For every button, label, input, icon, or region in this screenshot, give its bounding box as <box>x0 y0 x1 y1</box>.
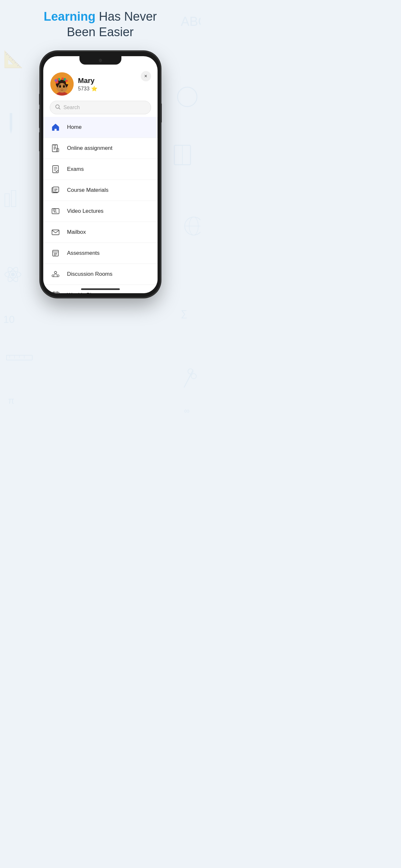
svg-rect-3 <box>10 113 12 129</box>
online-assignment-label: Online assignment <box>67 145 113 151</box>
svg-point-19 <box>189 217 198 235</box>
svg-point-69 <box>54 210 55 211</box>
svg-point-48 <box>56 105 59 108</box>
svg-text:10: 10 <box>3 314 15 325</box>
volume-down-button <box>39 109 40 128</box>
search-bar[interactable]: Search <box>50 101 151 114</box>
svg-rect-51 <box>54 145 56 146</box>
svg-rect-62 <box>53 187 59 192</box>
svg-point-76 <box>54 272 57 274</box>
avatar <box>50 72 73 96</box>
svg-point-45 <box>66 82 68 84</box>
svg-text:📐: 📐 <box>3 50 24 69</box>
svg-text:∑: ∑ <box>181 308 187 318</box>
svg-line-14 <box>184 370 193 388</box>
svg-point-36 <box>63 86 65 88</box>
user-info: Mary 5733 ⭐ <box>78 76 97 92</box>
home-icon <box>50 122 61 132</box>
user-name: Mary <box>78 76 97 85</box>
sidebar-item-discussion-rooms[interactable]: Discussion Rooms <box>43 264 158 285</box>
svg-rect-5 <box>174 145 190 165</box>
sidebar-item-video-lectures[interactable]: Video Lectures <box>43 201 158 222</box>
svg-point-23 <box>6 266 20 283</box>
svg-line-80 <box>56 274 57 275</box>
title-blue: Learning <box>43 10 95 23</box>
discussion-rooms-icon <box>50 269 61 279</box>
svg-line-79 <box>54 274 56 275</box>
close-button[interactable]: × <box>141 71 151 82</box>
search-placeholder: Search <box>64 104 80 111</box>
svg-text:π: π <box>8 396 14 406</box>
svg-point-39 <box>55 79 57 82</box>
svg-point-2 <box>178 87 197 106</box>
svg-rect-17 <box>11 190 16 207</box>
svg-point-21 <box>11 273 15 276</box>
svg-point-37 <box>61 88 63 89</box>
home-label: Home <box>67 124 82 130</box>
svg-rect-70 <box>52 230 59 235</box>
mute-button <box>39 132 40 151</box>
weekly-plan-icon <box>50 290 61 293</box>
volume-up-button <box>39 94 40 105</box>
home-indicator <box>81 288 120 290</box>
sidebar-item-assessments[interactable]: Assessments <box>43 243 158 264</box>
search-icon <box>55 104 60 111</box>
side-buttons-right <box>160 103 162 123</box>
side-buttons-left <box>39 94 40 151</box>
svg-point-34 <box>58 83 66 92</box>
svg-rect-57 <box>53 166 58 173</box>
mailbox-icon <box>50 227 61 237</box>
page-title: Learning Has Never Been Easier <box>0 9 201 40</box>
phone-frame: × <box>41 52 160 297</box>
assignment-icon <box>50 143 61 153</box>
user-points: 5733 ⭐ <box>78 86 97 92</box>
video-lectures-label: Video Lectures <box>67 208 104 214</box>
video-lectures-icon <box>50 206 61 216</box>
svg-text:∞: ∞ <box>184 406 189 415</box>
sidebar-item-home[interactable]: Home <box>43 117 158 138</box>
assessments-label: Assessments <box>67 250 100 256</box>
power-button <box>160 103 162 123</box>
front-camera <box>99 59 102 62</box>
discussion-rooms-label: Discussion Rooms <box>67 271 113 277</box>
title-rest: Has Never <box>96 10 157 23</box>
sidebar-item-course-materials[interactable]: Course Materials <box>43 180 158 201</box>
svg-line-15 <box>184 373 192 388</box>
title-line2: Been Easier <box>67 25 134 39</box>
svg-point-24 <box>6 266 20 283</box>
svg-rect-16 <box>5 194 9 207</box>
sidebar-item-mailbox[interactable]: Mailbox <box>43 222 158 243</box>
svg-point-18 <box>185 217 201 235</box>
course-materials-label: Course Materials <box>67 187 109 193</box>
svg-marker-4 <box>10 129 12 134</box>
phone-notch <box>80 56 121 65</box>
svg-point-22 <box>5 271 21 278</box>
svg-point-77 <box>52 275 54 277</box>
svg-rect-7 <box>6 355 32 360</box>
assessments-icon <box>50 248 61 258</box>
svg-point-35 <box>59 86 61 88</box>
course-materials-icon <box>50 185 61 195</box>
svg-point-13 <box>191 374 196 379</box>
weekly-plan-label: Weekly Plan <box>67 292 97 293</box>
svg-line-49 <box>59 108 60 110</box>
sidebar-item-online-assignment[interactable]: Online assignment <box>43 138 158 159</box>
sidebar-item-exams[interactable]: Exams <box>43 159 158 180</box>
svg-rect-82 <box>52 292 59 293</box>
exams-icon <box>50 164 61 175</box>
svg-point-78 <box>57 275 59 277</box>
menu-list: Home Online assignment <box>43 117 158 293</box>
exams-label: Exams <box>67 166 84 173</box>
mailbox-label: Mailbox <box>67 229 86 236</box>
phone-screen: × <box>43 56 158 293</box>
svg-point-12 <box>188 369 193 374</box>
